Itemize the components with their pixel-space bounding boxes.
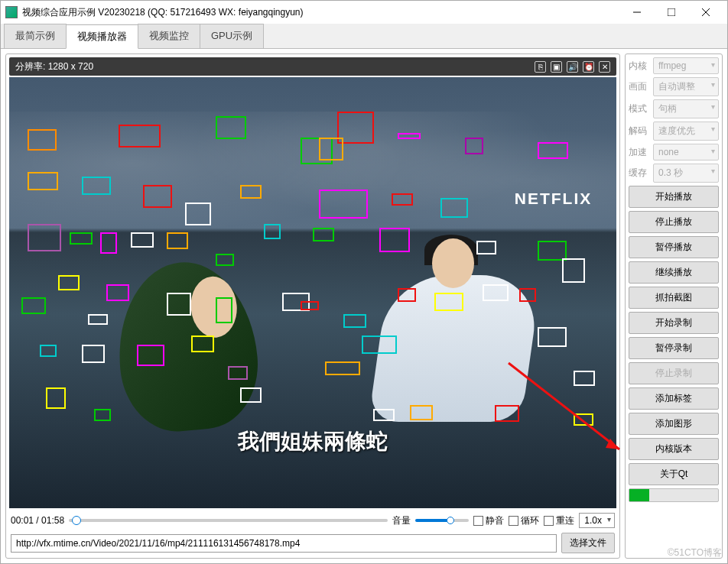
- prop-decode-select[interactable]: 速度优先: [653, 122, 719, 141]
- capture-button[interactable]: 抓拍截图: [629, 287, 719, 309]
- stop-play-button[interactable]: 停止播放: [629, 211, 719, 233]
- start-play-button[interactable]: 开始播放: [629, 186, 719, 208]
- reconnect-checkbox[interactable]: 重连: [544, 514, 574, 527]
- tab-monitor[interactable]: 视频监控: [138, 24, 200, 48]
- add-label-button[interactable]: 添加标签: [629, 387, 719, 410]
- prop-decode-label: 解码: [629, 125, 650, 138]
- mute-checkbox[interactable]: 静音: [473, 514, 504, 527]
- tab-simple[interactable]: 最简示例: [4, 24, 67, 48]
- video-viewport[interactable]: NETFLIX 我們姐妹兩條蛇: [9, 77, 616, 508]
- svg-rect-1: [668, 8, 675, 16]
- resolution-label: 分辨率: 1280 x 720: [15, 60, 93, 73]
- prop-kernel-label: 内核: [629, 60, 650, 73]
- video-subtitle: 我們姐妹兩條蛇: [9, 427, 616, 456]
- window-title: 视频综合应用示例 V20230218 (QQ: 517216493 WX: fe…: [22, 6, 619, 19]
- stop-record-button: 停止录制: [629, 362, 719, 384]
- prop-accel-label: 加速: [629, 146, 650, 159]
- progress-slider[interactable]: [69, 519, 388, 522]
- tab-player[interactable]: 视频播放器: [66, 24, 138, 49]
- app-icon: [5, 6, 18, 18]
- video-frame: NETFLIX 我們姐妹兩條蛇: [9, 77, 616, 508]
- close-video-icon[interactable]: ✕: [599, 61, 610, 73]
- app-window: 视频综合应用示例 V20230218 (QQ: 517216493 WX: fe…: [0, 0, 728, 564]
- prop-mode-label: 模式: [629, 102, 650, 115]
- prop-cache-select[interactable]: 0.3 秒: [653, 164, 719, 183]
- netflix-logo: NETFLIX: [515, 190, 593, 208]
- record-icon[interactable]: ▣: [551, 61, 562, 73]
- video-header: 分辨率: 1280 x 720 ⎘ ▣ 🔊 ⏰ ✕: [9, 57, 616, 76]
- alarm-icon[interactable]: ⏰: [583, 61, 594, 73]
- choose-file-button[interactable]: 选择文件: [561, 533, 615, 553]
- content-area: 分辨率: 1280 x 720 ⎘ ▣ 🔊 ⏰ ✕ NETFLIX 我們姐妹兩條…: [1, 49, 727, 563]
- prop-cache-label: 缓存: [629, 167, 650, 180]
- about-qt-button[interactable]: 关于Qt: [629, 463, 719, 485]
- main-tabs: 最简示例 视频播放器 视频监控 GPU示例: [1, 24, 727, 49]
- pause-record-button[interactable]: 暂停录制: [629, 337, 719, 359]
- prop-scale-select[interactable]: 自动调整: [653, 77, 719, 96]
- volume-label: 音量: [392, 514, 411, 527]
- prop-scale-label: 画面: [629, 80, 650, 93]
- prop-kernel-select[interactable]: ffmpeg: [653, 57, 719, 74]
- resume-play-button[interactable]: 继续播放: [629, 261, 719, 284]
- volume-slider[interactable]: [415, 519, 469, 522]
- time-label: 00:01 / 01:58: [11, 515, 64, 526]
- window-controls: [619, 2, 723, 23]
- loop-checkbox[interactable]: 循环: [509, 514, 539, 527]
- start-record-button[interactable]: 开始录制: [629, 312, 719, 334]
- titlebar: 视频综合应用示例 V20230218 (QQ: 517216493 WX: fe…: [1, 1, 727, 24]
- playback-controls: 00:01 / 01:58 音量 静音 循环 重连 1.0x 选择文件: [9, 508, 616, 555]
- kernel-version-button[interactable]: 内核版本: [629, 438, 719, 460]
- maximize-button[interactable]: [654, 2, 688, 23]
- tab-gpu[interactable]: GPU示例: [200, 24, 264, 48]
- prop-mode-select[interactable]: 句柄: [653, 99, 719, 118]
- snapshot-icon[interactable]: ⎘: [535, 61, 546, 73]
- sidebar: 内核ffmpeg 画面自动调整 模式句柄 解码速度优先 加速none 缓存0.3…: [625, 53, 723, 559]
- url-input[interactable]: [11, 534, 557, 553]
- prop-accel-select[interactable]: none: [653, 144, 719, 160]
- close-button[interactable]: [688, 2, 723, 23]
- minimize-button[interactable]: [619, 2, 654, 23]
- add-shape-button[interactable]: 添加图形: [629, 413, 719, 435]
- sound-icon[interactable]: 🔊: [567, 61, 578, 73]
- pause-play-button[interactable]: 暂停播放: [629, 236, 719, 258]
- speed-select[interactable]: 1.0x: [579, 513, 615, 528]
- video-pane: 分辨率: 1280 x 720 ⎘ ▣ 🔊 ⏰ ✕ NETFLIX 我們姐妹兩條…: [5, 53, 620, 559]
- progress-bar: [629, 488, 719, 502]
